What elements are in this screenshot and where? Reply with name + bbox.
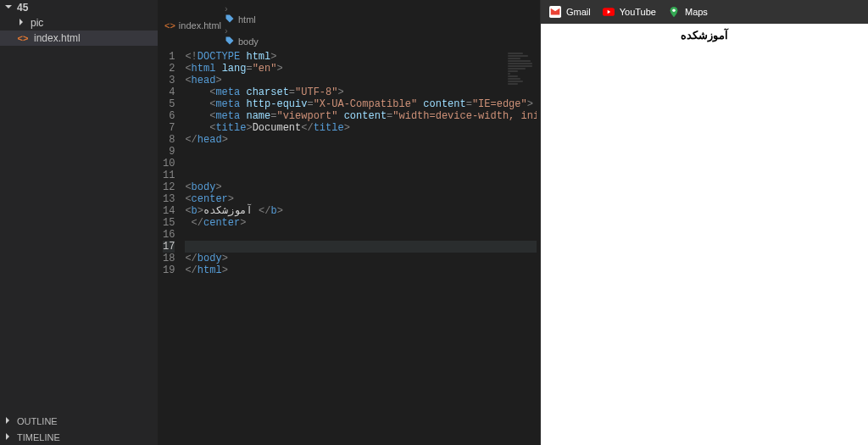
code-line[interactable]: </head>	[185, 134, 537, 146]
gmail-icon	[549, 6, 561, 18]
chevron-right-icon	[3, 432, 14, 442]
code-line[interactable]: </body>	[185, 253, 537, 264]
youtube-icon	[603, 6, 615, 18]
tree-folder[interactable]: pic	[0, 15, 158, 31]
code-line[interactable]: <meta http-equiv="X-UA-Compatible" conte…	[185, 98, 537, 110]
explorer-sidebar: 45 pic<>index.html OUTLINETIMELINE	[0, 0, 158, 445]
code-line[interactable]: <!DOCTYPE html>	[185, 51, 537, 63]
code-line[interactable]	[185, 158, 537, 170]
html-file-icon: <>	[17, 32, 29, 44]
bookmark-gmail[interactable]: Gmail	[549, 6, 591, 18]
root-folder-label: 45	[17, 2, 28, 14]
code-line[interactable]: <title>Document</title>	[185, 122, 537, 134]
code-line[interactable]: <meta name="viewport" content="width=dev…	[185, 110, 537, 122]
code-line[interactable]	[185, 146, 537, 158]
code-line[interactable]: </html>	[185, 264, 537, 276]
preview-pane: GmailYouTubeMaps آموزشکده	[540, 0, 868, 445]
chevron-right-icon	[3, 416, 14, 426]
tag-icon	[225, 36, 235, 47]
bookmark-maps[interactable]: Maps	[668, 6, 708, 18]
tree-file[interactable]: <>index.html	[0, 31, 158, 46]
editor: <> index.html › html › body 123456789101…	[158, 0, 537, 445]
chevron-right-icon	[17, 17, 25, 29]
code-line[interactable]	[185, 241, 537, 253]
code-area[interactable]: <!DOCTYPE html><html lang="en"><head> <m…	[185, 51, 537, 445]
code-line[interactable]: </center>	[185, 217, 537, 229]
code-line[interactable]: <b>آموزشکده </b>	[185, 205, 537, 217]
code-line[interactable]: <center>	[185, 193, 537, 205]
code-line[interactable]: <meta charset="UTF-8">	[185, 86, 537, 98]
code-line[interactable]	[185, 229, 537, 241]
breadcrumb-segment[interactable]: body	[225, 36, 259, 47]
chevron-down-icon	[3, 2, 14, 14]
code-line[interactable]	[185, 170, 537, 181]
explorer-root[interactable]: 45	[0, 0, 158, 15]
breadcrumb: <> index.html › html › body	[158, 0, 537, 51]
line-number-gutter: 12345678910111213141516171819	[158, 51, 185, 445]
svg-point-2	[672, 9, 676, 13]
code-line[interactable]: <html lang="en">	[185, 63, 537, 75]
panel-outline[interactable]: OUTLINE	[0, 413, 158, 429]
bookmarks-bar: GmailYouTubeMaps	[541, 0, 868, 24]
panel-timeline[interactable]: TIMELINE	[0, 429, 158, 445]
html-file-icon: <>	[164, 20, 175, 31]
bookmark-youtube[interactable]: YouTube	[603, 6, 656, 18]
tree-item-label: index.html	[34, 32, 81, 44]
breadcrumb-file[interactable]: <> index.html	[164, 20, 221, 31]
preview-heading: آموزشکده	[681, 29, 728, 42]
code-line[interactable]: <head>	[185, 75, 537, 86]
tree-item-label: pic	[31, 17, 43, 29]
maps-icon	[668, 6, 680, 18]
breadcrumb-segment[interactable]: html	[225, 14, 259, 25]
preview-body: آموزشکده	[541, 24, 868, 445]
tag-icon	[225, 14, 235, 25]
code-line[interactable]: <body>	[185, 181, 537, 193]
